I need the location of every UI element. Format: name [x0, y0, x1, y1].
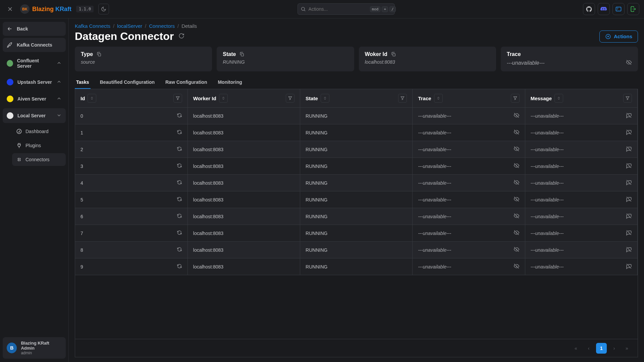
eye-off-icon[interactable] — [514, 246, 520, 253]
row-restart-button[interactable] — [177, 263, 182, 270]
row-restart-button[interactable] — [177, 180, 182, 186]
table-row[interactable]: 3 localhost:8083 RUNNING ---unavailable-… — [75, 158, 638, 175]
eye-off-icon[interactable] — [514, 230, 520, 237]
table-row[interactable]: 0 localhost:8083 RUNNING ---unavailable-… — [75, 108, 638, 124]
table-row[interactable]: 1 localhost:8083 RUNNING ---unavailable-… — [75, 124, 638, 141]
logout-button[interactable] — [627, 3, 639, 15]
filter-trace[interactable] — [511, 94, 520, 103]
row-restart-button[interactable] — [177, 213, 182, 220]
message-off-icon[interactable] — [626, 196, 632, 203]
id-card-icon — [615, 6, 622, 12]
eye-off-icon[interactable] — [514, 263, 520, 270]
page-next[interactable]: › — [609, 343, 620, 354]
eye-off-icon[interactable] — [514, 213, 520, 220]
message-off-icon[interactable] — [626, 179, 632, 186]
sort-message[interactable] — [554, 94, 563, 103]
eye-off-icon[interactable] — [514, 196, 520, 203]
cell-worker: localhost:8083 — [187, 191, 300, 208]
table-row[interactable]: 8 localhost:8083 RUNNING ---unavailable-… — [75, 242, 638, 258]
brand[interactable]: BK Blazing KRaft — [20, 4, 71, 14]
sort-id[interactable] — [88, 94, 96, 103]
eye-off-icon[interactable] — [626, 59, 632, 67]
filter-worker[interactable] — [286, 94, 294, 103]
arrow-left-icon — [7, 26, 13, 32]
sidebar-connectors[interactable]: Connectors — [12, 153, 66, 166]
cell-message: ---unavailable--- — [531, 247, 564, 253]
message-off-icon[interactable] — [626, 129, 632, 136]
eye-off-icon[interactable] — [514, 179, 520, 186]
plug-icon — [16, 142, 22, 148]
table-row[interactable]: 6 localhost:8083 RUNNING ---unavailable-… — [75, 208, 638, 225]
sort-trace[interactable] — [434, 94, 443, 103]
row-restart-button[interactable] — [177, 113, 182, 119]
tabs: Tasks Beautified Configuration Raw Confi… — [75, 76, 638, 89]
close-button[interactable] — [5, 4, 15, 14]
sidebar-server-upstash-server[interactable]: Upstash Server — [3, 75, 66, 89]
eye-off-icon[interactable] — [514, 129, 520, 136]
filter-message[interactable] — [623, 94, 632, 103]
command-search[interactable]: mod+/ — [298, 3, 395, 15]
sort-state[interactable] — [321, 94, 329, 103]
user-card[interactable]: B Blazing KRaft Admin admin — [3, 337, 66, 359]
theme-toggle[interactable] — [98, 4, 109, 14]
page-first[interactable]: « — [571, 343, 581, 354]
tab-tasks[interactable]: Tasks — [75, 76, 91, 89]
page-prev[interactable]: ‹ — [583, 343, 594, 354]
cell-message: ---unavailable--- — [531, 214, 564, 219]
filter-id[interactable] — [173, 94, 182, 103]
cell-state: RUNNING — [300, 175, 413, 191]
eye-off-icon[interactable] — [514, 163, 520, 170]
eye-off-icon[interactable] — [514, 112, 520, 119]
row-restart-button[interactable] — [177, 196, 182, 203]
eye-off-icon[interactable] — [514, 146, 520, 153]
tab-raw-config[interactable]: Raw Configuration — [164, 76, 208, 89]
sidebar-server-aiven-server[interactable]: Aiven Server — [3, 92, 66, 106]
sidebar-server-local-server[interactable]: Local Server — [3, 108, 66, 123]
github-link[interactable] — [583, 3, 595, 15]
crumb-connectors[interactable]: Connectors — [149, 23, 175, 29]
cell-state: RUNNING — [300, 258, 413, 275]
copy-icon[interactable] — [239, 52, 245, 57]
cell-worker: localhost:8083 — [187, 242, 300, 258]
back-button[interactable]: Back — [3, 22, 66, 36]
message-off-icon[interactable] — [626, 213, 632, 220]
tab-beautified-config[interactable]: Beautified Configuration — [99, 76, 156, 89]
copy-icon[interactable] — [96, 52, 102, 57]
copy-icon[interactable] — [391, 52, 396, 57]
sort-worker[interactable] — [219, 94, 228, 103]
row-restart-button[interactable] — [177, 146, 182, 153]
sidebar-kafka-connects[interactable]: Kafka Connects — [3, 38, 66, 52]
message-off-icon[interactable] — [626, 146, 632, 153]
cell-trace: ---unavailable--- — [418, 264, 451, 269]
page-current[interactable]: 1 — [596, 343, 607, 354]
actions-button[interactable]: Actions — [599, 31, 638, 43]
tab-monitoring[interactable]: Monitoring — [216, 76, 243, 89]
filter-state[interactable] — [398, 94, 407, 103]
user-name: Blazing KRaft Admin — [21, 341, 62, 351]
table-row[interactable]: 5 localhost:8083 RUNNING ---unavailable-… — [75, 191, 638, 208]
col-id: Id — [80, 96, 85, 101]
row-restart-button[interactable] — [177, 230, 182, 236]
discord-link[interactable] — [598, 3, 610, 15]
sidebar-plugins[interactable]: Plugins — [12, 139, 66, 152]
table-row[interactable]: 2 localhost:8083 RUNNING ---unavailable-… — [75, 141, 638, 158]
row-restart-button[interactable] — [177, 247, 182, 253]
message-off-icon[interactable] — [626, 263, 632, 270]
page-last[interactable]: » — [622, 343, 632, 354]
id-card-link[interactable] — [612, 3, 625, 15]
crumb-kafka-connects[interactable]: Kafka Connects — [75, 23, 110, 29]
message-off-icon[interactable] — [626, 230, 632, 237]
crumb-server[interactable]: localServer — [117, 23, 142, 29]
refresh-button[interactable] — [178, 33, 184, 40]
table-row[interactable]: 9 localhost:8083 RUNNING ---unavailable-… — [75, 258, 638, 275]
message-off-icon[interactable] — [626, 163, 632, 170]
row-restart-button[interactable] — [177, 129, 182, 136]
table-row[interactable]: 4 localhost:8083 RUNNING ---unavailable-… — [75, 175, 638, 191]
row-restart-button[interactable] — [177, 163, 182, 169]
message-off-icon[interactable] — [626, 112, 632, 119]
table-row[interactable]: 7 localhost:8083 RUNNING ---unavailable-… — [75, 225, 638, 242]
search-input[interactable] — [309, 6, 367, 12]
sidebar-server-confluent-server[interactable]: Confluent Server — [3, 54, 66, 73]
sidebar-dashboard[interactable]: Dashboard — [12, 125, 66, 138]
message-off-icon[interactable] — [626, 246, 632, 253]
